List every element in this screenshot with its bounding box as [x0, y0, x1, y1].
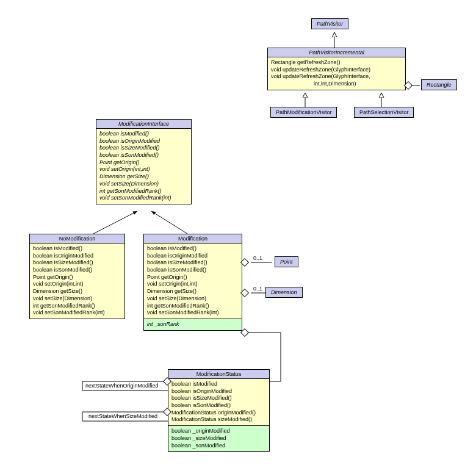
rectangle-class: Rectangle [421, 79, 457, 90]
path-selection-visitor-class: PathSelectionVisitor [354, 107, 414, 118]
svg-line-4 [93, 211, 137, 234]
modification-class: Modification boolean isModified()boolean… [143, 234, 242, 331]
next-origin-label: nextStateWhenOriginModified [85, 383, 159, 389]
next-size-label: nextStateWhenSizeModified [88, 413, 157, 419]
path-visitor-incremental-class: PathVisitorIncremental Rectangle getRefr… [267, 48, 406, 90]
multiplicity-dimension: 0..1 [253, 286, 262, 292]
no-modification-class: NoModification boolean isModified()boole… [29, 234, 125, 319]
modification-interface-class: ModificationInterface boolean isModified… [96, 119, 192, 204]
modification-status-class: ModificationStatus boolean isModifiedboo… [168, 369, 270, 452]
path-visitor-class: PathVisitor [311, 18, 348, 29]
multiplicity-point: 0..1 [253, 255, 262, 261]
point-class: Point [275, 256, 298, 267]
svg-line-5 [151, 211, 187, 234]
path-modification-visitor-class: PathModificationVisitor [270, 107, 337, 118]
dimension-class: Dimension [265, 287, 303, 298]
